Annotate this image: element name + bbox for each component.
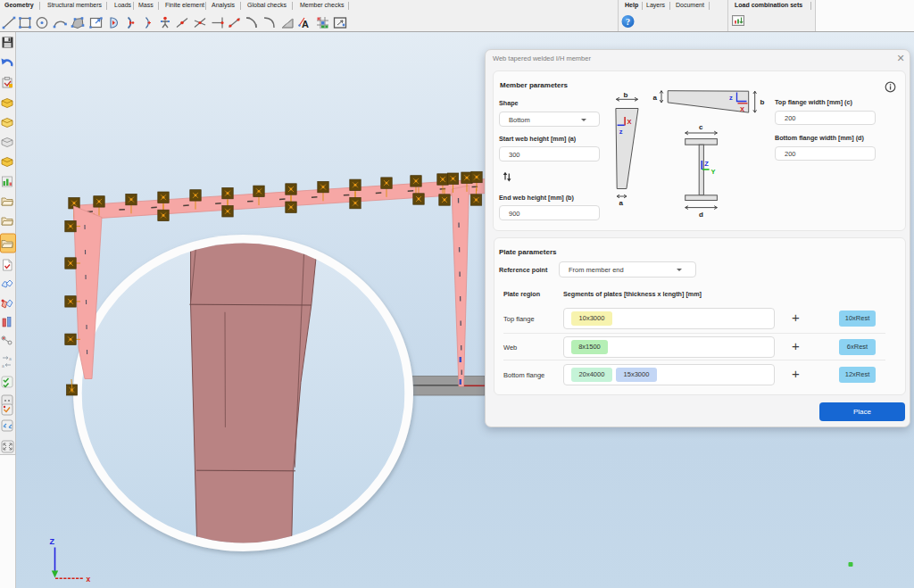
svg-text:z: z (619, 128, 623, 136)
svg-text:a: a (9, 356, 12, 361)
svg-text:d: d (699, 211, 703, 219)
svg-text:b: b (760, 98, 765, 106)
svg-text:Z: Z (50, 537, 55, 546)
svg-text:a: a (2, 363, 4, 369)
svg-text:a: a (653, 94, 658, 102)
svg-text:x: x (87, 575, 91, 584)
svg-text:b: b (624, 91, 628, 99)
svg-text:z: z (729, 94, 733, 102)
svg-text:a: a (619, 199, 624, 207)
svg-text:Y: Y (711, 168, 716, 176)
svg-text:X: X (627, 118, 632, 126)
svg-text:?: ? (626, 17, 630, 27)
svg-text:Z: Z (704, 160, 709, 168)
svg-text:X: X (740, 105, 744, 113)
svg-text:c: c (699, 123, 703, 131)
